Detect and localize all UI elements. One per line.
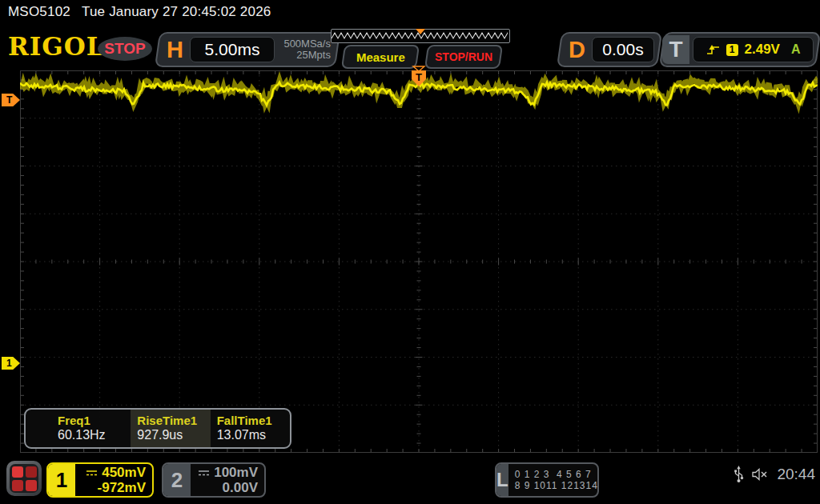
waveform-preview-bar[interactable] [331,29,510,43]
measurement-freq1[interactable]: Freq1 60.13Hz [26,410,131,447]
rigol-logo: RIGOL [8,32,105,61]
timebase-value: 5.00ms [190,37,275,62]
rising-edge-trigger-icon [706,44,720,55]
measurement-name: Freq1 [58,414,131,427]
measurement-panel[interactable]: Freq1 60.13Hz RiseTime1 927.9us FallTime… [24,408,291,449]
logic-row-8-15: 8 9 1011 12131415 [515,480,599,491]
trigger-level-value: 2.49V [745,42,780,58]
usb-icon [734,466,744,483]
speaker-muted-icon[interactable] [752,468,769,481]
trigger-sweep-mode: A [791,42,801,57]
channel1-offset: -972mV [98,480,146,495]
horizontal-label: H [159,37,190,63]
acquisition-info: 500MSa/s 25Mpts [279,38,331,61]
preview-position-marker-icon[interactable] [416,29,425,34]
channel1-offset-marker[interactable]: 1 [2,357,20,370]
datetime: Tue January 27 20:45:02 2026 [82,4,271,19]
logic-row-0-7: 0 1 2 3 4 5 6 7 [515,469,599,480]
channel2-status-button[interactable]: 2 100mV 0.00V [162,462,266,498]
measurement-falltime1[interactable]: FallTime1 13.07ms [211,410,290,447]
measurement-name: RiseTime1 [137,414,210,427]
run-state-badge: STOP [98,37,152,61]
trigger-settings-button[interactable]: T 1 2.49V A [659,32,820,67]
waveform-display [20,70,818,453]
dc-coupling-icon [198,469,210,477]
channel1-number: 1 [48,464,75,496]
logic-label: L [496,464,508,496]
function-grid-button[interactable] [6,461,42,496]
dc-coupling-icon [86,469,98,477]
channel2-number: 2 [163,464,191,496]
stop-run-button-label: STOP/RUN [435,50,492,63]
red-grid-icon [10,464,38,493]
titlebar: MSO5102Tue January 27 20:45:02 2026 [8,4,283,20]
clock: 20:44 [777,466,815,483]
measurement-value: 13.07ms [217,428,290,442]
channel2-scale: 100mV [214,465,258,480]
measurement-value: 60.13Hz [58,428,131,442]
measurement-risetime1[interactable]: RiseTime1 927.9us [131,410,210,447]
delay-label: D [561,37,592,63]
trigger-level-marker[interactable]: T [2,94,20,106]
delay-settings-button[interactable]: D 0.00s [557,32,662,67]
oscilloscope-screen: MSO5102Tue January 27 20:45:02 2026 RIGO… [0,0,820,504]
channel1-status-button[interactable]: 1 450mV -972mV [46,462,154,498]
model-name: MSO5102 [8,4,70,19]
measurement-value: 927.9us [137,428,210,442]
measure-button[interactable]: Measure [341,45,420,69]
stop-run-button[interactable]: STOP/RUN [424,45,503,69]
trigger-label: T [662,35,689,64]
horizontal-settings-button[interactable]: H 5.00ms 500MSa/s 25Mpts [155,32,340,67]
logic-channels-button[interactable]: L 0 1 2 3 4 5 6 7 8 9 1011 12131415 [495,462,599,498]
sample-rate: 500MSa/s [279,38,331,50]
memory-depth: 25Mpts [279,50,331,61]
channel1-scale: 450mV [102,465,146,480]
delay-value: 0.00s [592,37,654,62]
channel2-offset: 0.00V [223,480,258,495]
trigger-source-badge: 1 [726,44,738,56]
measure-button-label: Measure [356,50,405,64]
measurement-name: FallTime1 [217,414,290,427]
